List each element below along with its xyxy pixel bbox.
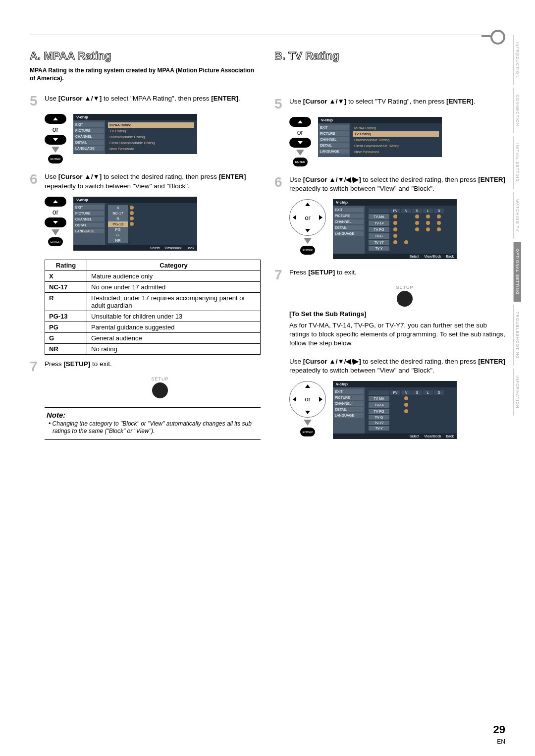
setup-button-icon: SETUP	[304, 285, 505, 307]
sub-ratings-p1: As for TV-MA, TV-14, TV-PG, or TV-Y7, yo…	[289, 321, 505, 348]
setup-circle-icon	[152, 382, 168, 398]
page-number: 29	[493, 723, 505, 736]
dpad-down-icon	[305, 229, 310, 232]
figure-b5: or ENTER V-chip EXIT PICTURE CHANNEL DET…	[289, 117, 505, 166]
dpad-icon: or	[289, 381, 326, 418]
figure-b6: or ENTER V-chip EXIT PICTURE	[289, 199, 505, 259]
sub-ratings-section: [To Set the Sub Ratings] As for TV-MA, T…	[289, 310, 505, 375]
enter-button-icon: ENTER	[48, 237, 63, 246]
dpad-up-icon	[305, 203, 310, 206]
setup-button-icon: SETUP	[59, 377, 261, 398]
enter-button-icon: ENTER	[48, 155, 63, 163]
remote-up-down: or ENTER	[45, 114, 66, 163]
column-a: A. MPAA Rating MPAA Rating is the rating…	[30, 50, 261, 448]
step-a5: 5 Use [Cursor ▲/▼] to select "MPAA Ratin…	[30, 94, 261, 108]
side-tabs: INTRODUCTION CONNECTION INITIAL SETTING …	[513, 35, 521, 416]
arrow-down-icon	[52, 147, 59, 153]
step-b5: 5 Use [Cursor ▲/▼] to select "TV Rating"…	[274, 97, 505, 111]
tv-rating-grid: FVVSLD TV-MA TV-14 TV-PG TV-G TV-Y7 TV-Y	[368, 208, 445, 252]
osd-tv-sub: V-chip EXIT PICTURE CHANNEL DETAIL LANGU…	[333, 381, 457, 439]
osd-title: V-chip	[73, 114, 197, 120]
tab-information: INFORMATION	[513, 369, 521, 415]
header-rule	[30, 35, 483, 35]
tab-introduction: INTRODUCTION	[513, 35, 521, 85]
cursor-up-icon	[45, 114, 66, 124]
osd-vchip-menu: V-chip EXIT PICTURE CHANNEL DETAIL LANGU…	[73, 114, 197, 154]
column-b: B. TV Rating 5 Use [Cursor ▲/▼] to selec…	[274, 50, 505, 448]
osd-vchip-menu-b: V-chip EXIT PICTURE CHANNEL DETAIL LANGU…	[318, 117, 442, 157]
cursor-down-icon	[45, 135, 66, 145]
manual-page: INTRODUCTION CONNECTION INITIAL SETTING …	[0, 0, 535, 756]
step-a7: 7 Press [SETUP] to exit.	[30, 360, 261, 374]
cursor-down-icon	[45, 217, 66, 227]
sub-ratings-p2: Use [Cursor ▲/▼/◀/▶] to select the desir…	[289, 357, 505, 375]
tab-initial-setting: INITIAL SETTING	[513, 136, 521, 189]
step-a5-num: 5	[30, 94, 41, 108]
dpad-right-icon	[319, 215, 322, 220]
figure-a5: or ENTER V-chip EXIT PICTURE CHANNEL DET…	[45, 114, 261, 163]
header-accent-circle	[490, 30, 505, 45]
step-b6: 6 Use [Cursor ▲/▼/◀/▶] to select the des…	[274, 175, 505, 193]
cursor-down-icon	[289, 138, 311, 148]
dpad-left-icon	[293, 215, 296, 220]
block-dot-icon	[130, 206, 134, 210]
step-a6: 6 Use [Cursor ▲/▼] to select the desired…	[30, 172, 261, 190]
tab-troubleshooting: TROUBLESHOOTING	[513, 305, 521, 366]
osd-mpaa-ratings: V-chip EXIT PICTURE CHANNEL DETAIL LANGU…	[73, 197, 197, 251]
arrow-down-icon	[296, 150, 304, 156]
section-a-name: MPAA Rating	[44, 50, 111, 62]
sub-ratings-heading: [To Set the Sub Ratings]	[289, 310, 505, 319]
or-label: or	[53, 125, 58, 133]
figure-b-sub: or ENTER V-chip EXIT PICTURE	[289, 381, 505, 439]
osd-tv-ratings: V-chip EXIT PICTURE CHANNEL DETAIL LANGU…	[333, 199, 457, 259]
step-b7: 7 Press [SETUP] to exit.	[274, 268, 505, 282]
cursor-up-icon	[45, 197, 66, 207]
page-lang: EN	[497, 738, 505, 745]
arrow-down-icon	[304, 238, 312, 244]
mpaa-rating-table: RatingCategory XMature audience only NC-…	[45, 260, 261, 355]
figure-a6: or ENTER V-chip EXIT PICTURE CHANNEL DET…	[45, 197, 261, 251]
tab-optional-setting: OPTIONAL SETTING	[513, 242, 521, 302]
osd-main: MPAA Rating TV Rating Downloadable Ratin…	[105, 120, 197, 154]
mpaa-intro: MPAA Rating is the rating system created…	[30, 66, 261, 82]
tab-watching-tv: WATCHING TV	[513, 192, 521, 239]
arrow-down-icon	[52, 229, 59, 235]
note-box: Note: • Changing the category to "Block"…	[45, 407, 261, 440]
dpad-icon: or	[289, 199, 326, 236]
step-a5-text: Use [Cursor ▲/▼] to select "MPAA Rating"…	[45, 94, 261, 108]
step-a6-num: 6	[30, 172, 41, 190]
step-a6-text: Use [Cursor ▲/▼] to select the desired r…	[45, 172, 261, 190]
note-text: • Changing the category to "Block" or "V…	[47, 420, 259, 435]
section-a-lead: A.	[30, 50, 41, 62]
cursor-up-icon	[289, 117, 311, 127]
tab-connection: CONNECTION	[513, 88, 521, 133]
section-b-title: B. TV Rating	[274, 50, 505, 62]
remote-up-down-2: or ENTER	[45, 197, 66, 246]
osd-sidebar: EXIT PICTURE CHANNEL DETAIL LANGUAGE	[73, 120, 105, 154]
section-a-title: A. MPAA Rating	[30, 50, 261, 62]
note-title: Note:	[47, 411, 259, 419]
